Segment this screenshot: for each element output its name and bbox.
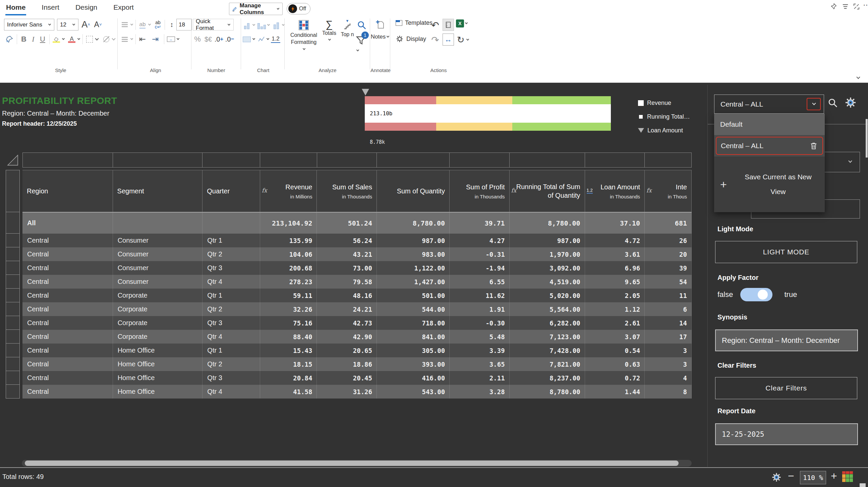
table-cell[interactable]: 37.10 bbox=[585, 213, 645, 234]
table-cell[interactable]: 987.00 bbox=[509, 234, 585, 247]
table-cell[interactable]: 18.86 bbox=[317, 357, 376, 371]
power-toggle[interactable]: Off bbox=[287, 3, 310, 14]
number-format-icon[interactable]: 1.2 bbox=[271, 35, 280, 43]
view-dropdown-item-selected[interactable]: Central – ALL bbox=[714, 135, 825, 157]
table-cell[interactable]: 20.84 bbox=[260, 371, 317, 385]
undo-icon[interactable]: ↶ bbox=[431, 20, 440, 31]
table-cell[interactable]: 3.61 bbox=[585, 247, 645, 261]
table-cell[interactable]: 213,104.92 bbox=[260, 213, 317, 234]
row-handle[interactable] bbox=[6, 371, 20, 385]
table-cell[interactable]: 104.06 bbox=[260, 247, 317, 261]
row-handle[interactable] bbox=[6, 234, 20, 247]
currency-icon[interactable]: $€ bbox=[204, 34, 213, 45]
table-cell[interactable]: 3 bbox=[645, 344, 692, 357]
select-all-corner[interactable] bbox=[6, 153, 20, 168]
font-size-select[interactable]: 12 bbox=[57, 19, 79, 31]
pin-icon[interactable] bbox=[830, 3, 837, 10]
table-cell[interactable]: Qtr 3 bbox=[203, 261, 260, 275]
empty-cell[interactable] bbox=[203, 153, 260, 168]
table-cell[interactable]: 501.24 bbox=[317, 213, 376, 234]
filter-button[interactable]: 1 bbox=[355, 35, 369, 54]
table-cell[interactable]: 5,020.00 bbox=[509, 289, 585, 302]
table-cell[interactable]: 4,519.00 bbox=[509, 275, 585, 289]
more-options-icon[interactable]: ⋯ bbox=[863, 1, 868, 9]
table-cell[interactable]: 0.72 bbox=[585, 371, 645, 385]
display-gear-icon[interactable] bbox=[396, 35, 404, 43]
table-cell[interactable]: 8,237.00 bbox=[509, 371, 585, 385]
table-cell[interactable]: Corporate bbox=[113, 330, 203, 344]
table-cell[interactable]: Central bbox=[23, 289, 113, 302]
top-n-button[interactable]: ▼ Top n bbox=[339, 19, 356, 37]
text-overflow-icon[interactable]: ab bbox=[138, 19, 147, 31]
table-cell[interactable]: Qtr 4 bbox=[203, 275, 260, 289]
column-header[interactable]: Region bbox=[23, 170, 113, 212]
table-cell[interactable] bbox=[113, 213, 203, 234]
table-cell[interactable]: 1.91 bbox=[450, 302, 509, 316]
scrollbar-thumb[interactable] bbox=[25, 460, 679, 466]
table-cell[interactable]: 3.65 bbox=[450, 357, 509, 371]
table-cell[interactable]: Qtr 4 bbox=[203, 330, 260, 344]
table-cell[interactable]: 6 bbox=[645, 302, 692, 316]
table-cell[interactable]: Home Office bbox=[113, 371, 203, 385]
view-selector-chevron[interactable] bbox=[807, 98, 821, 110]
table-cell[interactable]: 9.65 bbox=[585, 275, 645, 289]
column-header[interactable]: Quarter bbox=[203, 170, 260, 212]
row-handle[interactable] bbox=[6, 357, 20, 371]
redo-icon[interactable]: ↷ bbox=[431, 34, 440, 45]
table-cell[interactable]: 11 bbox=[645, 289, 692, 302]
table-cell[interactable]: All bbox=[23, 213, 113, 234]
tab-design[interactable]: Design bbox=[75, 3, 97, 15]
table-cell[interactable]: 8,780.00 bbox=[377, 213, 450, 234]
table-cell[interactable]: Qtr 2 bbox=[203, 302, 260, 316]
table-cell[interactable]: 41.58 bbox=[260, 385, 317, 398]
save-current-as-new-view[interactable]: +Save Current as New View bbox=[714, 157, 825, 212]
view-selector[interactable]: Central – ALL bbox=[714, 95, 824, 113]
expand-icon[interactable] bbox=[852, 3, 860, 10]
table-cell[interactable]: 6,282.00 bbox=[509, 316, 585, 330]
row-handle[interactable] bbox=[6, 289, 20, 302]
bar-chart-icon[interactable] bbox=[242, 20, 251, 31]
column-header[interactable]: fxRunning Total of Sum of Quantity bbox=[509, 170, 585, 212]
table-cell[interactable]: 3.28 bbox=[450, 385, 509, 398]
empty-cell[interactable] bbox=[509, 153, 585, 168]
table-cell[interactable] bbox=[203, 213, 260, 234]
gear-icon[interactable] bbox=[844, 96, 857, 109]
search-icon[interactable] bbox=[828, 98, 838, 108]
manage-columns-button[interactable]: Manage Columns bbox=[229, 3, 283, 15]
templates-icon[interactable] bbox=[396, 20, 402, 26]
table-cell[interactable]: 983.00 bbox=[377, 247, 450, 261]
row-handle[interactable] bbox=[6, 302, 20, 316]
table-cell[interactable]: 5.48 bbox=[450, 330, 509, 344]
row-handle[interactable] bbox=[6, 170, 20, 212]
table-cell[interactable]: 48.16 bbox=[317, 289, 376, 302]
table-cell[interactable]: 24.21 bbox=[317, 302, 376, 316]
table-cell[interactable]: Qtr 1 bbox=[203, 344, 260, 357]
apply-factor-toggle[interactable] bbox=[740, 288, 772, 301]
ruler-icon[interactable] bbox=[442, 19, 454, 31]
table-cell[interactable]: 15.43 bbox=[260, 344, 317, 357]
empty-cell[interactable] bbox=[260, 153, 317, 168]
table-cell[interactable]: 987.00 bbox=[377, 234, 450, 247]
indent-decrease-icon[interactable]: ⇤ bbox=[138, 34, 147, 45]
report-date-input[interactable]: 12-25-2025 bbox=[715, 423, 858, 445]
table-cell[interactable]: Consumer bbox=[113, 234, 203, 247]
table-cell[interactable]: 8 bbox=[645, 385, 692, 398]
indent-increase-icon[interactable]: ⇥ bbox=[151, 34, 160, 45]
table-cell[interactable]: 135.99 bbox=[260, 234, 317, 247]
table-cell[interactable]: Qtr 4 bbox=[203, 385, 260, 398]
table-cell[interactable]: Central bbox=[23, 316, 113, 330]
table-cell[interactable]: 7,821.00 bbox=[509, 357, 585, 371]
table-cell[interactable]: Qtr 2 bbox=[203, 247, 260, 261]
table-cell[interactable]: 0.54 bbox=[585, 344, 645, 357]
conditional-formatting-button[interactable]: Conditional Formatting bbox=[289, 19, 318, 53]
table-cell[interactable]: 32.26 bbox=[260, 302, 317, 316]
table-cell[interactable]: Central bbox=[23, 344, 113, 357]
legend-item[interactable]: Running Total… bbox=[638, 112, 690, 121]
empty-cell[interactable] bbox=[645, 153, 692, 168]
tab-home[interactable]: Home bbox=[6, 3, 26, 15]
search-data-icon[interactable] bbox=[357, 20, 367, 30]
table-cell[interactable]: 54 bbox=[645, 275, 692, 289]
excel-export-icon[interactable]: X bbox=[456, 20, 464, 28]
table-cell[interactable]: 31.26 bbox=[317, 385, 376, 398]
font-color-icon[interactable]: A bbox=[67, 34, 76, 45]
